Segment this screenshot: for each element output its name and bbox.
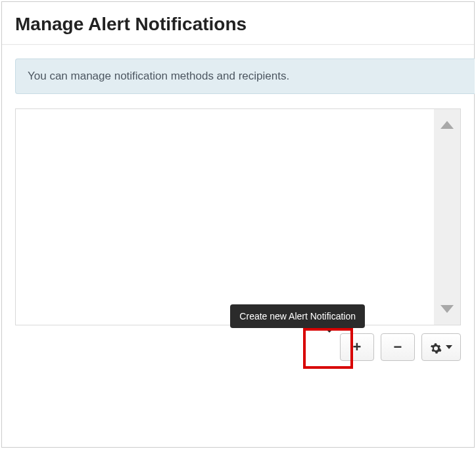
gear-icon (430, 341, 442, 353)
scrollbar[interactable] (434, 109, 460, 325)
page-title: Manage Alert Notifications (2, 2, 474, 44)
add-button[interactable]: + (340, 333, 374, 361)
dialog-panel: Manage Alert Notifications You can manag… (1, 1, 475, 448)
minus-icon: − (394, 339, 402, 356)
list-area[interactable] (16, 109, 434, 325)
scroll-down-icon[interactable] (440, 305, 454, 313)
add-button-tooltip: Create new Alert Notification (230, 304, 365, 328)
remove-button[interactable]: − (381, 333, 415, 361)
toolbar: Create new Alert Notification + − (15, 325, 461, 361)
caret-down-icon (446, 345, 452, 349)
plus-icon: + (353, 339, 362, 356)
scroll-up-icon[interactable] (440, 121, 454, 129)
notifications-listbox[interactable] (15, 108, 461, 325)
info-banner: You can manage notification methods and … (15, 59, 475, 94)
settings-button[interactable] (421, 333, 461, 361)
content-area: You can manage notification methods and … (2, 45, 474, 374)
